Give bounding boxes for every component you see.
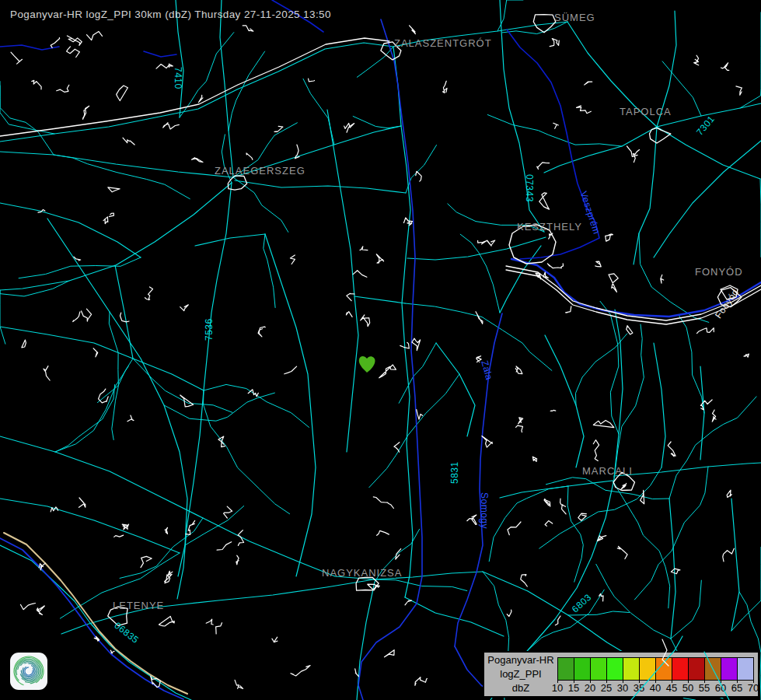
legend-tick-value: 10 <box>552 682 563 694</box>
legend-swatch <box>738 658 753 680</box>
road-number-label: 07343 <box>524 174 535 202</box>
legend-caption-line: dbZ <box>484 681 557 695</box>
legend-tick-value: 65 <box>731 682 742 694</box>
legend-swatch <box>574 658 591 680</box>
city-label: LETENYE <box>113 600 164 611</box>
legend-colorbar <box>557 657 754 681</box>
legend-swatch <box>640 658 656 680</box>
dbz-legend: Poganyvar-HRlogZ_PPIdbZ 1015202530354045… <box>483 651 759 698</box>
city-label: KESZTHELY <box>517 221 582 233</box>
city-label: SÜMEG <box>554 12 595 23</box>
city-label: NAGYKANIZSA <box>322 567 402 579</box>
city-label: ZALAEGERSZEG <box>215 165 305 177</box>
legend-tick-value: 70 <box>748 682 759 694</box>
legend-tick-value: 30 <box>617 682 628 694</box>
legend-swatch <box>558 658 574 680</box>
legend-swatch <box>591 658 607 680</box>
legend-caption-line: Poganyvar-HR <box>484 653 557 667</box>
legend-tick-value: 40 <box>650 682 661 694</box>
legend-tick-value: 60 <box>715 682 726 694</box>
legend-tick-value: 50 <box>682 682 693 694</box>
legend-caption-line: logZ_PPI <box>484 667 557 681</box>
road-number-label: 7536 <box>204 318 215 341</box>
road-number-label: 7410 <box>173 67 183 89</box>
map-labels-layer: SÜMEGZALASZENTGRÓTTAPOLCAZALAEGERSZEGKES… <box>0 0 761 700</box>
direction-label: Zala <box>479 359 494 381</box>
city-label: FONYÓD <box>695 266 743 278</box>
radar-viewer: Poganyvar-HR logZ_PPI 30km (dbZ) Thursda… <box>0 0 761 700</box>
legend-swatch <box>656 658 672 680</box>
radar-title: Poganyvar-HR logZ_PPI 30km (dbZ) Thursda… <box>10 9 331 20</box>
legend-swatch <box>689 658 705 680</box>
legend-tick-value: 55 <box>699 682 710 694</box>
weather-service-logo <box>10 653 47 690</box>
city-label: ZALASZENTGRÓT <box>394 37 492 49</box>
legend-swatch <box>672 658 689 680</box>
legend-tick-value: 20 <box>585 682 595 694</box>
legend-swatch <box>623 658 640 680</box>
legend-tick-value: 45 <box>666 682 677 694</box>
road-number-label: 5831 <box>449 461 460 484</box>
legend-caption: Poganyvar-HRlogZ_PPIdbZ <box>484 653 557 695</box>
railway-label: Fonyód <box>713 287 741 320</box>
legend-swatch <box>607 658 623 680</box>
road-number-label: 06835 <box>112 620 141 646</box>
spiral-icon <box>10 653 47 690</box>
direction-label: Somogy <box>479 492 490 529</box>
legend-tick-value: 35 <box>634 682 644 694</box>
road-number-label: 7301 <box>694 114 717 138</box>
legend-tick-value: 15 <box>568 682 579 694</box>
legend-swatch <box>721 658 738 680</box>
legend-tick-value: 25 <box>601 682 612 694</box>
legend-swatch <box>705 658 721 680</box>
city-label: TAPOLCA <box>620 106 672 117</box>
city-label: MARCALI <box>582 465 633 477</box>
road-number-label: 6803 <box>570 592 594 615</box>
